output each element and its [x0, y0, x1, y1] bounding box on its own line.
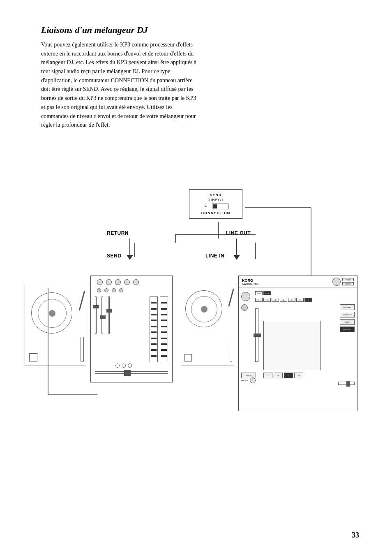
mute-btn: MUTE [340, 319, 355, 325]
kp3-header: KORG KAOSS PAD HOLD LATCH [239, 276, 357, 288]
vinyl-center [49, 310, 55, 317]
kp3-sample-banks: A B C D [263, 373, 303, 378]
latch-btn: LATCH [342, 282, 354, 285]
equipment-area: KORG KAOSS PAD HOLD LATCH [25, 276, 376, 506]
line-out-arrow [233, 239, 240, 260]
mixer-top-row [97, 279, 139, 285]
kp3-brand-label: KORG [242, 278, 258, 283]
turntable-base-right [184, 354, 192, 361]
kp3-touch-pad [263, 321, 321, 370]
bank-d: D [294, 373, 303, 378]
body-text: Vous pouvez également utiliser le KP3 co… [41, 40, 197, 130]
turntable-right [181, 284, 234, 366]
bottom-knob [122, 364, 126, 368]
mixer-second-row [97, 288, 123, 292]
mixer-knob [124, 279, 130, 285]
kp3-number-buttons: 1 2 3 4 5 6 7 [255, 298, 312, 302]
kp3-program-buttons: PROG BPM [255, 291, 271, 295]
vu-segment [161, 355, 167, 357]
mixer-knob [115, 279, 121, 285]
label-line-out: LINE OUT [226, 230, 251, 236]
kp3-middle: PROG BPM 1 2 3 4 5 6 7 [239, 288, 357, 387]
vu-segment [151, 338, 157, 339]
section-title: Liaisons d'un mélangeur DJ [41, 25, 359, 35]
bank-b: B [274, 373, 283, 378]
label-send: SEND [107, 253, 121, 259]
mixer-knob-sm [112, 288, 116, 292]
vu-segment [151, 314, 157, 315]
video-btn: VIDEO OUT [340, 312, 355, 317]
connection-switch-box: SEND DIRECT └ CONNECTION [189, 189, 242, 219]
fader-track [108, 297, 110, 334]
tonearm-left [79, 290, 85, 310]
prog-btn: PROG [255, 291, 263, 295]
kp3-left-knobs [241, 292, 250, 311]
hold-btn: HOLD [342, 278, 354, 281]
vu-segment [161, 314, 167, 315]
fader-2 [101, 297, 103, 334]
crossfader-cap [124, 370, 131, 376]
fader-3 [108, 297, 110, 334]
vu-segment [161, 308, 167, 310]
pitch-slider-right [230, 339, 232, 361]
switch-inner [212, 204, 228, 209]
vu-segment [151, 331, 157, 333]
diagram-area: SEND DIRECT └ CONNECTION RETURN LINE OUT… [25, 189, 376, 510]
bottom-knob [128, 364, 132, 368]
num-btn-7: 7 [304, 298, 312, 302]
label-return: RETURN [107, 230, 129, 236]
kp3-top-controls: HOLD LATCH [332, 278, 354, 286]
bank-a: A [263, 373, 272, 378]
kp3-bottom-slider [338, 382, 355, 385]
send-label: SEND [194, 193, 238, 197]
vinyl-record-right [185, 290, 222, 327]
vu-segment [151, 349, 157, 351]
arrow-head [127, 255, 133, 260]
sampling-btn: SAMPLING [340, 327, 355, 332]
vu-segment [161, 338, 167, 339]
kp3-unit: KORG KAOSS PAD HOLD LATCH [238, 276, 357, 411]
text-section: Liaisons d'un mélangeur DJ Vous pouvez é… [41, 25, 359, 130]
crossfader [95, 371, 168, 374]
kp3-knob-program [332, 278, 341, 286]
arrow-head [233, 255, 240, 260]
kp3-knob-2 [241, 304, 248, 311]
mixer [90, 276, 173, 382]
vu-segment [151, 355, 157, 357]
vu-segment [161, 302, 167, 303]
vu-segment [151, 302, 157, 303]
kp3-bottom-left: PHONES [241, 378, 256, 383]
num-btn-4: 4 [280, 298, 287, 302]
kp3-bottom-slider-cap [346, 381, 350, 387]
bottom-knob [115, 364, 120, 368]
switch-graphic: └ [194, 204, 238, 209]
mixer-knob-sm [119, 288, 123, 292]
kp3-top-buttons: HOLD LATCH [342, 278, 354, 285]
vu-segment [161, 343, 167, 345]
vu-segment [161, 326, 167, 327]
mixer-bottom-knobs [115, 364, 132, 368]
phones-knob [250, 378, 256, 383]
connection-label: CONNECTION [194, 211, 238, 215]
kp3-right-buttons: AUTO BPM VIDEO OUT MUTE SAMPLING [340, 304, 355, 332]
page-number: 33 [352, 531, 359, 540]
label-line-in: LINE IN [205, 253, 224, 259]
arrow-line [129, 239, 130, 255]
return-arrow [127, 239, 133, 260]
kp3-slider [255, 308, 258, 362]
vu-segment [161, 349, 167, 351]
page: Liaisons d'un mélangeur DJ Vous pouvez é… [0, 0, 392, 556]
arrow-line [236, 239, 237, 255]
mixer-knob-sm [97, 288, 101, 292]
phones-label: PHONES [241, 380, 248, 382]
mixer-knob-sm [104, 288, 108, 292]
vu-meter-right [160, 297, 168, 362]
kp3-slider-cap [254, 334, 261, 337]
num-btn-6: 6 [296, 298, 304, 302]
vinyl-center [201, 306, 208, 313]
auto-btn: AUTO BPM [340, 304, 355, 310]
fader-1 [95, 297, 97, 334]
mixer-faders [95, 297, 110, 334]
fader-cap [93, 305, 99, 308]
turntable-base-left [29, 353, 37, 361]
